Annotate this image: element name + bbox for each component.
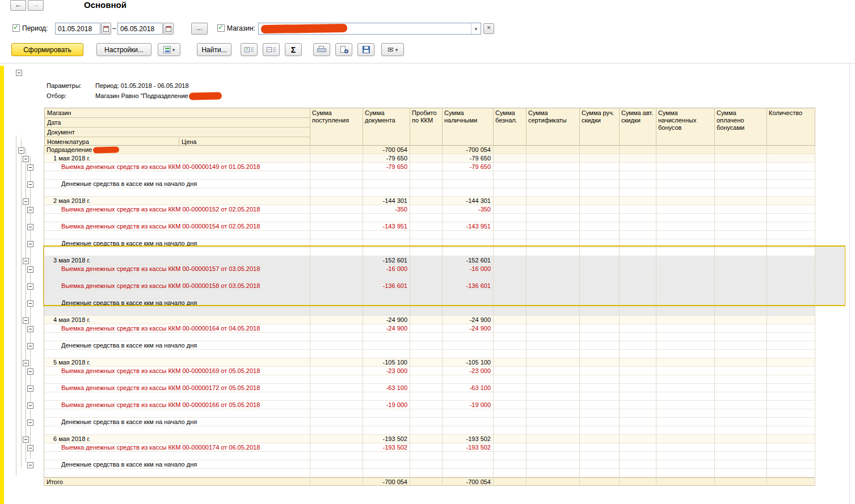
store-dropdown-button[interactable]: ▾ [471, 23, 481, 34]
cell-auto-discount[interactable] [620, 307, 656, 316]
cell-sum-receipt[interactable] [310, 146, 363, 154]
cell-sum-certificates[interactable] [527, 341, 580, 350]
cell-sum-cash[interactable]: -700 054 [443, 146, 494, 154]
collapse-group-icon[interactable] [27, 181, 33, 188]
cell-quantity[interactable] [767, 222, 815, 231]
header-nomenclature[interactable]: Номенклатура [45, 137, 179, 146]
cell-sum-document[interactable] [363, 231, 410, 239]
totals-button[interactable]: Σ [285, 43, 302, 56]
cell-quantity[interactable] [767, 239, 815, 248]
cell-quantity[interactable] [767, 197, 815, 205]
cell-name[interactable]: Выемка денежных средств из кассы ККМ 00-… [44, 367, 310, 375]
cell-kkm[interactable] [410, 290, 443, 299]
cell-quantity[interactable] [767, 358, 815, 367]
cell-auto-discount[interactable] [620, 154, 656, 163]
cell-kkm[interactable] [410, 188, 443, 197]
cell-kkm[interactable] [410, 358, 443, 367]
cell-manual-discount[interactable] [580, 435, 620, 443]
cell-auto-discount[interactable] [620, 282, 656, 290]
cell-quantity[interactable] [767, 163, 815, 171]
cell-sum-document[interactable]: -700 054 [363, 477, 410, 486]
generate-button[interactable]: Сформировать [11, 43, 83, 56]
cell-manual-discount[interactable] [580, 316, 620, 324]
cell-quantity[interactable] [767, 443, 815, 452]
cell-auto-discount[interactable] [620, 248, 656, 256]
cell-accrued-bonus[interactable] [656, 401, 715, 409]
cell-name[interactable]: 6 мая 2018 г. [44, 435, 310, 443]
cell-sum-document[interactable] [363, 180, 410, 188]
cell-sum-certificates[interactable] [527, 409, 580, 418]
cell-manual-discount[interactable] [580, 188, 620, 197]
cell-sum-cashless[interactable] [494, 265, 527, 273]
cell-sum-document[interactable]: -24 900 [363, 316, 410, 324]
cell-manual-discount[interactable] [580, 443, 620, 452]
cell-kkm[interactable] [410, 435, 443, 443]
cell-name[interactable] [44, 214, 310, 222]
cell-manual-discount[interactable] [580, 477, 620, 486]
cell-accrued-bonus[interactable] [656, 273, 715, 282]
cell-sum-cash[interactable] [443, 350, 494, 358]
cell-quantity[interactable] [767, 477, 815, 486]
header-sum-certificates[interactable]: Сумма сертификаты [527, 108, 580, 145]
cell-accrued-bonus[interactable] [656, 171, 715, 180]
cell-kkm[interactable] [410, 205, 443, 214]
cell-kkm[interactable] [410, 180, 443, 188]
cell-kkm[interactable] [410, 239, 443, 248]
cell-sum-certificates[interactable] [527, 401, 580, 409]
cell-accrued-bonus[interactable] [656, 222, 715, 231]
cell-sum-certificates[interactable] [527, 282, 580, 290]
cell-sum-cash[interactable] [443, 299, 494, 307]
cell-sum-document[interactable] [363, 341, 410, 350]
cell-name[interactable] [44, 231, 310, 239]
cell-sum-receipt[interactable] [310, 316, 363, 324]
cell-sum-document[interactable]: -24 900 [363, 324, 410, 333]
cell-auto-discount[interactable] [620, 180, 656, 188]
cell-sum-cash[interactable] [443, 171, 494, 180]
cell-kkm[interactable] [410, 392, 443, 401]
cell-manual-discount[interactable] [580, 273, 620, 282]
cell-sum-document[interactable]: -105 100 [363, 358, 410, 367]
cell-sum-certificates[interactable] [527, 367, 580, 375]
cell-name[interactable]: 1 мая 2018 г. [44, 154, 310, 163]
cell-sum-receipt[interactable] [310, 256, 363, 265]
cell-sum-document[interactable] [363, 452, 410, 460]
cell-sum-cashless[interactable] [494, 146, 527, 154]
cell-name[interactable]: Денежные средства в кассе ккм на начало … [44, 299, 310, 307]
find-button[interactable]: Найти... [197, 43, 231, 56]
cell-sum-cash[interactable] [443, 273, 494, 282]
collapse-group-icon[interactable] [23, 317, 29, 324]
cell-kkm[interactable] [410, 333, 443, 341]
cell-kkm[interactable] [410, 460, 443, 469]
cell-sum-document[interactable] [363, 171, 410, 180]
cell-sum-cashless[interactable] [494, 316, 527, 324]
cell-sum-certificates[interactable] [527, 452, 580, 460]
cell-sum-receipt[interactable] [310, 171, 363, 180]
collapse-group-icon[interactable] [27, 369, 33, 375]
cell-paid-bonus[interactable] [715, 316, 767, 324]
cell-sum-receipt[interactable] [310, 358, 363, 367]
cell-sum-document[interactable]: -700 054 [363, 146, 410, 154]
cell-quantity[interactable] [767, 367, 815, 375]
cell-sum-document[interactable]: -136 601 [363, 282, 410, 290]
header-sum-cash[interactable]: Сумма наличными [443, 108, 494, 145]
cell-sum-certificates[interactable] [527, 350, 580, 358]
header-sum-receipt[interactable]: Сумма поступления [310, 108, 363, 145]
cell-sum-cashless[interactable] [494, 469, 527, 477]
cell-manual-discount[interactable] [580, 426, 620, 435]
cell-accrued-bonus[interactable] [656, 477, 715, 486]
cell-accrued-bonus[interactable] [656, 239, 715, 248]
cell-name[interactable]: 5 мая 2018 г. [44, 358, 310, 367]
cell-sum-cash[interactable] [443, 426, 494, 435]
cell-quantity[interactable] [767, 324, 815, 333]
cell-sum-document[interactable] [363, 392, 410, 401]
cell-sum-certificates[interactable] [527, 265, 580, 273]
cell-sum-cashless[interactable] [494, 341, 527, 350]
cell-sum-document[interactable] [363, 299, 410, 307]
cell-sum-receipt[interactable] [310, 290, 363, 299]
cell-sum-document[interactable]: -143 951 [363, 222, 410, 231]
cell-sum-cash[interactable] [443, 188, 494, 197]
cell-sum-cashless[interactable] [494, 367, 527, 375]
cell-name[interactable]: Выемка денежных средств из кассы ККМ 00-… [44, 384, 310, 392]
cell-sum-receipt[interactable] [310, 460, 363, 469]
cell-sum-cash[interactable] [443, 409, 494, 418]
